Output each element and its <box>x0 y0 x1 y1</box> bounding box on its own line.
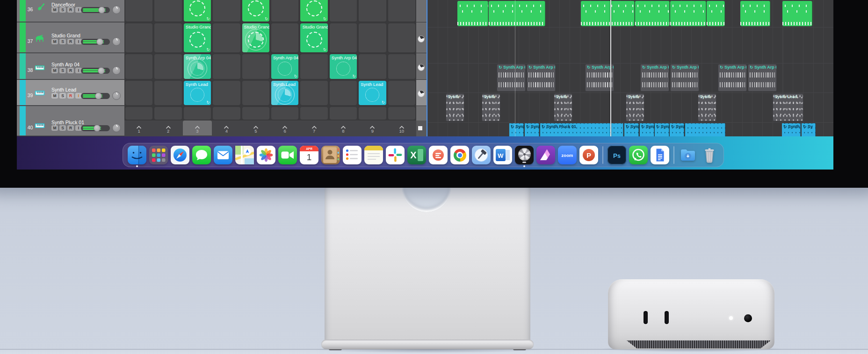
playhead[interactable] <box>610 0 611 136</box>
scene-trigger[interactable]: 3 <box>183 120 212 135</box>
volume-slider[interactable] <box>81 7 110 13</box>
stop-all-button[interactable] <box>418 126 422 130</box>
loop-cell-slot[interactable] <box>242 81 269 105</box>
loop-region[interactable]: ↻ Synt <box>525 123 539 136</box>
loop-cell-slot[interactable] <box>359 54 386 79</box>
dock-app-contacts[interactable] <box>321 146 340 164</box>
r-button[interactable]: R <box>67 125 74 131</box>
dock-app-word[interactable]: W <box>493 146 512 164</box>
r-button[interactable]: R <box>67 68 74 73</box>
loop-region[interactable]: ↻ Synt <box>655 123 669 136</box>
pan-knob[interactable] <box>112 66 121 75</box>
s-button[interactable]: S <box>59 68 66 73</box>
dock-app-zoom[interactable]: zoom <box>558 146 577 164</box>
m-button[interactable]: M <box>51 39 58 44</box>
volume-slider[interactable] <box>81 39 110 45</box>
loop-cell-slot[interactable] <box>271 0 298 21</box>
dock-app-calendar[interactable]: APR1 <box>300 146 318 164</box>
volume-thumb[interactable] <box>95 92 102 99</box>
dock-app-powerpoint[interactable]: P <box>579 146 598 164</box>
loop-cell-slot[interactable] <box>300 54 327 79</box>
dock-app-facetime[interactable] <box>278 146 297 164</box>
midi-region[interactable]: Synth <box>482 93 500 121</box>
loop-cell-slot[interactable] <box>184 107 211 120</box>
loop-cell-slot[interactable] <box>213 81 240 105</box>
m-button[interactable]: M <box>51 68 58 73</box>
dock-app-notes[interactable] <box>364 146 383 164</box>
scene-trigger[interactable]: 2 <box>153 120 182 135</box>
dock-app-compressor[interactable] <box>515 146 534 164</box>
loop-cell-slot[interactable] <box>300 107 327 120</box>
loop-region[interactable]: ↻ Synt <box>509 123 524 136</box>
audio-region[interactable]: ↻ Synth Arp 04 <box>670 64 699 92</box>
loop-cell[interactable]: Studio Grand <box>242 23 269 52</box>
volume-slider[interactable] <box>81 125 110 131</box>
m-button[interactable]: M <box>51 125 58 131</box>
volume-thumb[interactable] <box>94 125 101 132</box>
loop-cell-slot[interactable] <box>359 0 386 21</box>
m-button[interactable]: M <box>51 7 58 13</box>
loop-cell[interactable]: Studio Grand↻ <box>300 23 327 52</box>
loop-cell-slot[interactable] <box>388 0 415 21</box>
audio-region[interactable]: ↻ Synth Arp 04 <box>718 64 747 92</box>
volume-thumb[interactable] <box>98 67 105 74</box>
volume-thumb[interactable] <box>96 38 103 45</box>
scene-trigger[interactable]: 1 <box>124 120 153 135</box>
dock-app-maps[interactable] <box>235 146 254 164</box>
r-button[interactable]: R <box>67 39 74 44</box>
loop-region[interactable]: ↻ Synt <box>640 123 654 136</box>
midi-region[interactable] <box>707 1 725 26</box>
loop-cell-slot[interactable] <box>213 54 240 79</box>
loop-region[interactable]: ↻ Synt <box>670 123 684 136</box>
loop-cell[interactable]: Synth Lead <box>271 81 298 105</box>
scene-trigger[interactable]: 10 <box>387 120 416 135</box>
midi-region[interactable]: Synth <box>698 93 716 121</box>
loop-cell-slot[interactable] <box>388 107 415 120</box>
m-button[interactable]: M <box>51 93 58 99</box>
midi-region[interactable] <box>782 1 812 26</box>
midi-region[interactable] <box>581 1 635 26</box>
loop-cell-slot[interactable] <box>271 107 298 120</box>
track-header[interactable]: 37 Studio GrandMSRI <box>17 22 124 53</box>
audio-region[interactable]: ↻ Synth Arp 04 <box>748 64 777 92</box>
volume-thumb[interactable] <box>98 7 105 14</box>
midi-region[interactable]: Synth <box>446 93 464 121</box>
loop-region[interactable]: ↻ Synt <box>624 123 639 136</box>
loop-cell-slot[interactable] <box>300 81 327 105</box>
loop-cell-slot[interactable] <box>330 0 357 21</box>
volume-slider[interactable] <box>81 93 110 99</box>
loop-cell-slot[interactable] <box>330 107 357 120</box>
track-header[interactable]: 40 Synth Pluck 01MSRI <box>17 106 124 136</box>
scene-trigger[interactable]: 4 <box>212 120 241 135</box>
loop-cell-slot[interactable] <box>125 54 152 79</box>
loop-cell-slot[interactable] <box>271 23 298 52</box>
dock-app-excel[interactable]: X <box>407 146 426 164</box>
loop-cell-slot[interactable] <box>242 54 269 79</box>
dock-app-chat-app[interactable] <box>429 146 448 164</box>
pan-knob[interactable] <box>112 6 121 14</box>
scene-trigger[interactable]: 5 <box>241 120 270 135</box>
dock-app-messages[interactable] <box>192 146 211 164</box>
s-button[interactable]: S <box>59 39 66 44</box>
midi-region[interactable]: Synth <box>626 93 644 121</box>
audio-region[interactable]: ↻ Synth Arp 04 <box>497 64 526 92</box>
loop-cell[interactable]: Synth Arp 04↻ <box>330 54 357 79</box>
volume-slider[interactable] <box>81 68 110 74</box>
loop-cell-slot[interactable] <box>359 23 386 52</box>
loop-cell-slot[interactable] <box>242 107 269 120</box>
loop-cell[interactable]: ↻ <box>242 0 269 21</box>
midi-region[interactable] <box>670 1 706 26</box>
loop-cell-slot[interactable] <box>359 107 386 120</box>
loop-cell[interactable]: Synth Lead↻ <box>359 81 386 105</box>
r-button[interactable]: R <box>67 7 74 13</box>
scene-trigger[interactable]: 9 <box>358 120 387 135</box>
track-header[interactable]: 36 DancefloorMSRI <box>17 0 124 22</box>
dock-app-safari[interactable] <box>171 146 189 164</box>
loop-cell-slot[interactable] <box>388 23 415 52</box>
dock-app-reminders[interactable] <box>343 146 362 164</box>
loop-region[interactable]: ↻ Sy <box>802 123 816 136</box>
loop-cell-slot[interactable] <box>388 54 415 79</box>
loop-cell-slot[interactable] <box>388 81 415 105</box>
midi-region[interactable] <box>489 1 545 26</box>
midi-region[interactable] <box>740 1 770 26</box>
